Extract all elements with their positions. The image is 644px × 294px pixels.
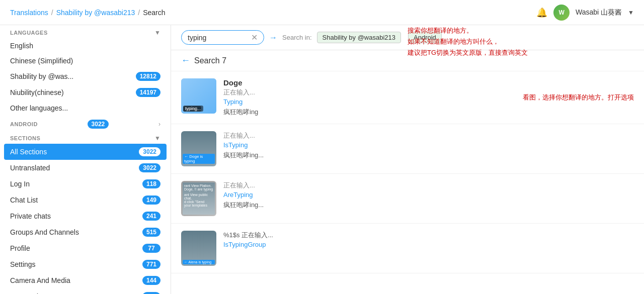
header-right: 🔔 W Wasabi 山葵酱 ▼ — [536, 5, 634, 21]
breadcrumb: Translations / Shability by @wasabi213 /… — [10, 9, 536, 17]
sidebar-badge: 14197 — [136, 88, 160, 97]
sidebar-item-label: Settings — [10, 260, 36, 268]
android-section-title: ANDROID — [10, 121, 38, 127]
sidebar-item-english[interactable]: English — [0, 38, 171, 53]
result-thumb: ← Doge is typing — [181, 131, 216, 166]
sidebar-item-label: Profile — [10, 244, 30, 252]
sidebar-item-groups-channels[interactable]: Groups And Channels 515 — [0, 224, 171, 240]
result-content: Doge 正在输入... Typing 疯狂咆哮ing — [223, 78, 634, 117]
sidebar-item-bots-payments[interactable]: Bots And Payments 97 — [0, 288, 171, 294]
results-title: Search 7 — [194, 56, 226, 65]
sidebar-badge: 241 — [142, 212, 160, 221]
result-item[interactable]: ← Doge is typing 正在输入... IsTyping 疯狂咆哮in… — [171, 124, 644, 174]
sidebar-badge: 149 — [142, 195, 160, 205]
result-item[interactable]: ← Alena is typing %1$s 正在输入... IsTypingG… — [171, 224, 644, 273]
breadcrumb-sep-1: / — [51, 9, 53, 17]
languages-chevron-icon[interactable]: ▼ — [154, 29, 160, 36]
main-layout: LANGUAGES ▼ English Chinese (Simplified)… — [0, 25, 644, 294]
sidebar-item-other-languages[interactable]: Other languages... — [0, 101, 171, 116]
sidebar-item-label: All Sections — [10, 148, 47, 156]
sidebar-badge: 97 — [142, 292, 160, 294]
result-content: 正在输入... AreTyping 疯狂咆哮ing... — [223, 181, 634, 210]
search-input[interactable] — [188, 34, 248, 42]
breadcrumb-sep-2: / — [138, 9, 140, 17]
sidebar-item-label: Log In — [10, 180, 30, 188]
search-arrow-icon[interactable]: → — [269, 33, 277, 42]
search-bar-row: ✕ → Search in: Shability by @wasabi213 A… — [171, 25, 644, 50]
search-input-wrapper: ✕ — [181, 30, 264, 45]
sidebar-item-label: Niubility(chinese) — [10, 88, 64, 96]
languages-section-title: LANGUAGES — [10, 30, 48, 36]
search-in-android[interactable]: Android — [408, 32, 442, 43]
sidebar-item-shability[interactable]: Shability by @was... 12812 — [0, 68, 171, 84]
android-section-header: ANDROID 3022 › — [0, 116, 171, 131]
sidebar-item-label: Chat List — [10, 196, 38, 204]
chevron-down-icon[interactable]: ▼ — [628, 9, 634, 16]
result-key: IsTypingGroup — [223, 241, 634, 248]
avatar: W — [553, 5, 570, 21]
breadcrumb-shability[interactable]: Shability by @wasabi213 — [56, 9, 135, 17]
sections-chevron-icon[interactable]: ▼ — [154, 135, 160, 142]
sidebar-item-private-chats[interactable]: Private chats 241 — [0, 208, 171, 224]
app-container: Translations / Shability by @wasabi213 /… — [0, 0, 644, 294]
sidebar-item-profile[interactable]: Profile 77 — [0, 240, 171, 256]
result-thumb: typing... — [181, 78, 216, 114]
sidebar: LANGUAGES ▼ English Chinese (Simplified)… — [0, 25, 171, 294]
sidebar-item-label: Shability by @was... — [10, 72, 73, 80]
sidebar-item-camera-media[interactable]: Camera And Media 144 — [0, 272, 171, 288]
breadcrumb-search: Search — [143, 9, 165, 17]
sections-section-header: SECTIONS ▼ — [0, 131, 171, 144]
sidebar-item-label: Other languages... — [10, 104, 68, 112]
username: Wasabi 山葵酱 — [576, 8, 622, 17]
sidebar-badge: 3022 — [139, 147, 160, 156]
result-text: 疯狂咆哮ing... — [223, 201, 634, 210]
sidebar-badge: 118 — [142, 179, 160, 188]
sidebar-item-label: Chinese (Simplified) — [10, 57, 73, 65]
results-header: ← Search 7 — [171, 50, 644, 71]
sidebar-badge: 515 — [142, 228, 160, 237]
sidebar-item-settings[interactable]: Settings 771 — [0, 256, 171, 272]
sidebar-badge: 77 — [142, 244, 160, 253]
sidebar-item-chinese-simplified[interactable]: Chinese (Simplified) — [0, 53, 171, 68]
sidebar-badge: 12812 — [136, 72, 160, 81]
result-text: 疯狂咆哮ing — [223, 108, 634, 117]
languages-section-header: LANGUAGES ▼ — [0, 25, 171, 38]
sidebar-item-label: Groups And Channels — [10, 228, 79, 236]
result-thumb: rant View Plation. Doge, !! are typing a… — [181, 181, 216, 216]
result-name: Doge — [223, 78, 634, 87]
result-content: 正在输入... IsTyping 疯狂咆哮ing... — [223, 131, 634, 160]
result-text: 疯狂咆哮ing... — [223, 151, 634, 160]
content-area: ✕ → Search in: Shability by @wasabi213 A… — [171, 25, 644, 294]
sidebar-item-niubility[interactable]: Niubility(chinese) 14197 — [0, 84, 171, 101]
android-chevron-icon[interactable]: › — [158, 121, 160, 128]
search-in-label: Search in: — [282, 34, 312, 41]
sidebar-item-all-sections[interactable]: All Sections 3022 — [4, 144, 167, 160]
sidebar-item-chat-list[interactable]: Chat List 149 — [0, 192, 171, 208]
back-arrow-icon[interactable]: ← — [181, 55, 190, 66]
android-badge: 3022 — [88, 120, 109, 129]
result-item[interactable]: rant View Plation. Doge, !! are typing a… — [171, 174, 644, 224]
sidebar-item-label: Private chats — [10, 212, 51, 220]
sections-section-title: SECTIONS — [10, 135, 40, 141]
result-thumb: ← Alena is typing — [181, 231, 216, 266]
result-content: %1$s 正在输入... IsTypingGroup — [223, 231, 634, 250]
result-item[interactable]: typing... Doge 正在输入... Typing 疯狂咆哮ing 看图… — [171, 71, 644, 124]
sidebar-badge: 3022 — [139, 163, 160, 172]
sidebar-item-label: English — [10, 42, 33, 50]
result-key: IsTyping — [223, 141, 634, 149]
sidebar-item-label: Camera And Media — [10, 276, 70, 284]
bell-icon[interactable]: 🔔 — [536, 7, 547, 18]
search-bar-area: ✕ → Search in: Shability by @wasabi213 A… — [171, 25, 644, 50]
sidebar-item-label: Untranslated — [10, 164, 50, 172]
breadcrumb-translations[interactable]: Translations — [10, 9, 48, 17]
sidebar-item-log-in[interactable]: Log In 118 — [0, 176, 171, 192]
header: Translations / Shability by @wasabi213 /… — [0, 0, 644, 25]
result-key: Typing — [223, 98, 634, 106]
search-in-shability[interactable]: Shability by @wasabi213 — [317, 32, 401, 43]
search-clear-icon[interactable]: ✕ — [251, 33, 258, 42]
sidebar-badge: 144 — [142, 276, 160, 285]
sidebar-item-untranslated[interactable]: Untranslated 3022 — [0, 160, 171, 176]
results-list: typing... Doge 正在输入... Typing 疯狂咆哮ing 看图… — [171, 71, 644, 294]
result-key: AreTyping — [223, 191, 634, 199]
sidebar-badge: 771 — [142, 260, 160, 269]
